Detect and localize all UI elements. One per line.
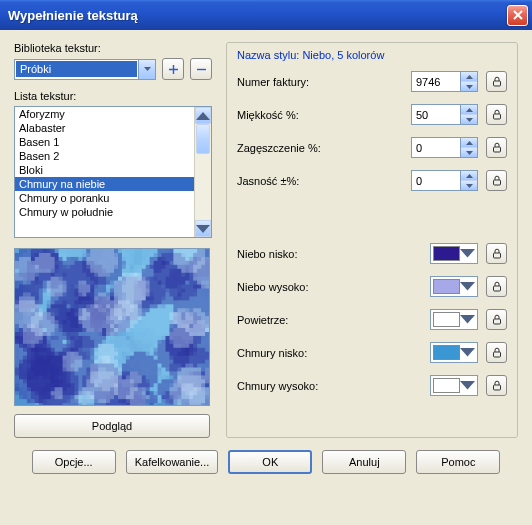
chevron-down-icon xyxy=(460,249,475,258)
param-input-2[interactable] xyxy=(411,137,461,158)
dialog-body: Biblioteka tekstur: Próbki Lista tekstur… xyxy=(0,30,532,484)
list-item[interactable]: Basen 1 xyxy=(15,135,194,149)
list-item[interactable]: Chmury w południe xyxy=(15,205,194,219)
window-title: Wypełnienie teksturą xyxy=(8,8,507,23)
svg-rect-1 xyxy=(493,81,500,86)
spin-down-button[interactable] xyxy=(461,148,477,157)
svg-rect-2 xyxy=(493,114,500,119)
button-bar: Opcje... Kafelkowanie... OK Anuluj Pomoc xyxy=(14,438,518,474)
color-combo-4[interactable] xyxy=(430,375,478,396)
color-swatch xyxy=(433,378,460,393)
chevron-down-icon xyxy=(460,381,475,390)
cancel-button[interactable]: Anuluj xyxy=(322,450,406,474)
chevron-down-icon xyxy=(460,282,475,291)
ok-button[interactable]: OK xyxy=(228,450,312,474)
spin-up-button[interactable] xyxy=(461,105,477,115)
svg-rect-5 xyxy=(493,253,500,258)
help-button[interactable]: Pomoc xyxy=(416,450,500,474)
scrollbar[interactable] xyxy=(194,107,211,237)
list-item[interactable]: Chmury o poranku xyxy=(15,191,194,205)
color-label: Chmury nisko: xyxy=(237,347,430,359)
spin-down-button[interactable] xyxy=(461,181,477,190)
spinner[interactable] xyxy=(461,104,478,125)
close-button[interactable] xyxy=(507,5,528,26)
list-label: Lista tekstur: xyxy=(14,90,212,102)
texture-listbox[interactable]: AforyzmyAlabasterBasen 1Basen 2BlokiChmu… xyxy=(14,106,212,238)
chevron-down-icon xyxy=(138,60,155,79)
library-combo[interactable]: Próbki xyxy=(14,59,156,80)
spin-up-button[interactable] xyxy=(461,72,477,82)
lock-button[interactable] xyxy=(486,170,507,191)
lock-button[interactable] xyxy=(486,276,507,297)
svg-rect-6 xyxy=(493,286,500,291)
scroll-thumb[interactable] xyxy=(196,124,210,154)
lock-button[interactable] xyxy=(486,71,507,92)
color-label: Niebo nisko: xyxy=(237,248,430,260)
list-item[interactable]: Alabaster xyxy=(15,121,194,135)
spinner[interactable] xyxy=(461,71,478,92)
color-combo-2[interactable] xyxy=(430,309,478,330)
lock-button[interactable] xyxy=(486,309,507,330)
param-input-3[interactable] xyxy=(411,170,461,191)
list-item[interactable]: Bloki xyxy=(15,163,194,177)
style-name: Nazwa stylu: Niebo, 5 kolorów xyxy=(237,49,507,61)
library-selected: Próbki xyxy=(16,61,137,77)
list-item[interactable]: Basen 2 xyxy=(15,149,194,163)
lock-button[interactable] xyxy=(486,342,507,363)
color-swatch xyxy=(433,312,460,327)
scroll-down-button[interactable] xyxy=(195,220,211,237)
param-input-0[interactable] xyxy=(411,71,461,92)
color-swatch xyxy=(433,345,460,360)
param-label: Jasność ±%: xyxy=(237,175,411,187)
chevron-down-icon xyxy=(460,348,475,357)
spin-down-button[interactable] xyxy=(461,115,477,124)
options-button[interactable]: Opcje... xyxy=(32,450,116,474)
spinner[interactable] xyxy=(461,170,478,191)
preview-button[interactable]: Podgląd xyxy=(14,414,210,438)
color-combo-3[interactable] xyxy=(430,342,478,363)
texture-preview xyxy=(14,248,210,406)
color-label: Niebo wysoko: xyxy=(237,281,430,293)
param-input-1[interactable] xyxy=(411,104,461,125)
chevron-down-icon xyxy=(460,315,475,324)
lock-button[interactable] xyxy=(486,375,507,396)
right-panel: Nazwa stylu: Niebo, 5 kolorów Numer fakt… xyxy=(226,42,518,438)
lock-button[interactable] xyxy=(486,137,507,158)
lock-button[interactable] xyxy=(486,243,507,264)
scroll-up-button[interactable] xyxy=(195,107,211,124)
library-label: Biblioteka tekstur: xyxy=(14,42,212,54)
list-item[interactable]: Chmury na niebie xyxy=(15,177,194,191)
left-panel: Biblioteka tekstur: Próbki Lista tekstur… xyxy=(14,42,212,438)
spin-down-button[interactable] xyxy=(461,82,477,91)
param-label: Zagęszczenie %: xyxy=(237,142,411,154)
spin-up-button[interactable] xyxy=(461,171,477,181)
color-swatch xyxy=(433,246,460,261)
spin-up-button[interactable] xyxy=(461,138,477,148)
svg-rect-4 xyxy=(493,180,500,185)
spinner[interactable] xyxy=(461,137,478,158)
svg-rect-9 xyxy=(493,385,500,390)
color-swatch xyxy=(433,279,460,294)
color-combo-0[interactable] xyxy=(430,243,478,264)
library-remove-button[interactable] xyxy=(190,58,212,80)
tiling-button[interactable]: Kafelkowanie... xyxy=(126,450,219,474)
svg-rect-3 xyxy=(493,147,500,152)
lock-button[interactable] xyxy=(486,104,507,125)
param-label: Numer faktury: xyxy=(237,76,411,88)
library-add-button[interactable] xyxy=(162,58,184,80)
color-label: Powietrze: xyxy=(237,314,430,326)
svg-rect-8 xyxy=(493,352,500,357)
titlebar: Wypełnienie teksturą xyxy=(0,0,532,30)
list-item[interactable]: Aforyzmy xyxy=(15,107,194,121)
color-label: Chmury wysoko: xyxy=(237,380,430,392)
param-label: Miękkość %: xyxy=(237,109,411,121)
color-combo-1[interactable] xyxy=(430,276,478,297)
svg-rect-7 xyxy=(493,319,500,324)
